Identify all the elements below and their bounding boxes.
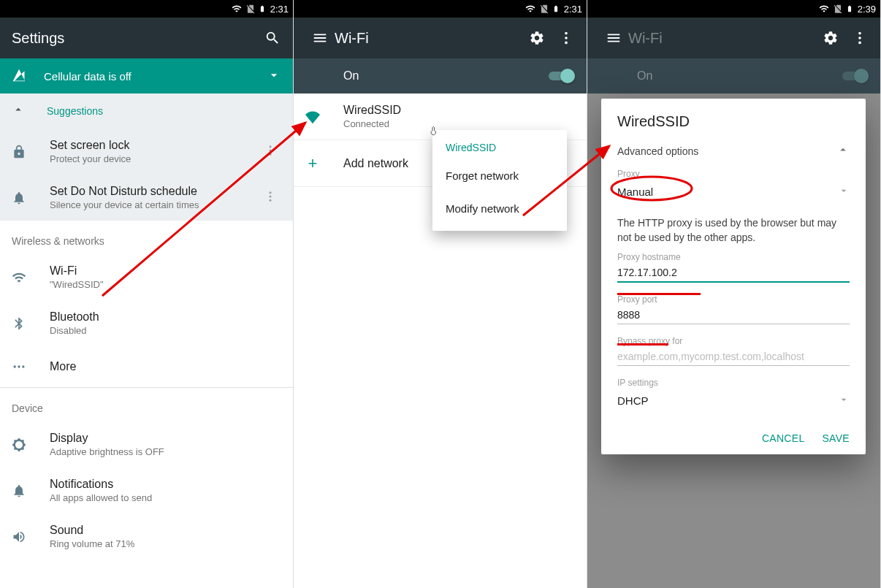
wifi-signal-icon bbox=[305, 109, 320, 125]
setting-sub: All apps allowed to send bbox=[50, 492, 281, 503]
svg-point-5 bbox=[270, 199, 272, 201]
bluetooth-icon bbox=[12, 316, 26, 331]
svg-point-1 bbox=[270, 149, 272, 151]
setting-sub: Disabled bbox=[50, 325, 281, 336]
suggestion-dnd[interactable]: Set Do Not Disturb schedule Silence your… bbox=[0, 175, 293, 221]
toolbar-title: Wi-Fi bbox=[335, 30, 522, 47]
setting-label: Notifications bbox=[50, 478, 281, 491]
svg-point-2 bbox=[270, 153, 272, 155]
chevron-down-icon bbox=[267, 68, 281, 85]
save-button[interactable]: SAVE bbox=[822, 432, 850, 444]
bypass-proxy-input[interactable] bbox=[617, 346, 850, 366]
setting-bluetooth[interactable]: Bluetooth Disabled bbox=[0, 300, 293, 346]
proxy-dropdown[interactable]: Manual bbox=[617, 179, 850, 203]
wifi-icon bbox=[818, 4, 830, 14]
dropdown-caret-icon bbox=[838, 185, 850, 199]
search-icon[interactable] bbox=[258, 23, 287, 53]
svg-point-11 bbox=[565, 42, 568, 45]
proxy-port-input[interactable] bbox=[617, 305, 850, 324]
overflow-icon[interactable] bbox=[264, 144, 281, 160]
bell-icon bbox=[12, 484, 26, 498]
advanced-options-toggle[interactable]: Advanced options bbox=[617, 143, 850, 159]
dots-horizontal-icon bbox=[12, 359, 26, 374]
wifi-on-row: On bbox=[294, 58, 587, 93]
wifi-icon bbox=[231, 4, 243, 14]
signal-off-icon bbox=[12, 68, 26, 85]
suggestion-sub: Protect your device bbox=[50, 153, 240, 164]
host-label: Proxy hostname bbox=[617, 252, 850, 262]
suggestion-sub: Silence your device at certain times bbox=[50, 199, 240, 210]
overflow-icon[interactable] bbox=[552, 23, 581, 53]
dialog-title: WiredSSID bbox=[617, 113, 850, 130]
suggestion-screen-lock[interactable]: Set screen lock Protect your device bbox=[0, 129, 293, 175]
wifi-on-row: On bbox=[587, 58, 880, 93]
ip-settings-dropdown[interactable]: DHCP bbox=[617, 388, 850, 412]
advanced-options-label: Advanced options bbox=[617, 145, 698, 157]
wifi-icon bbox=[525, 4, 536, 14]
setting-sound[interactable]: Sound Ring volume at 71% bbox=[0, 513, 293, 560]
svg-point-6 bbox=[14, 365, 16, 367]
chevron-up-icon bbox=[836, 143, 850, 159]
wifi-on-label: On bbox=[637, 69, 842, 83]
setting-label: Display bbox=[50, 432, 281, 445]
ip-value: DHCP bbox=[617, 394, 649, 407]
banner-text: Cellular data is off bbox=[44, 70, 249, 83]
cancel-button[interactable]: CANCEL bbox=[762, 432, 805, 444]
svg-point-0 bbox=[270, 145, 272, 148]
svg-point-4 bbox=[270, 195, 272, 197]
wifi-toggle bbox=[842, 69, 869, 83]
section-wireless: Wireless & networks bbox=[0, 221, 293, 254]
suggestion-title: Set Do Not Disturb schedule bbox=[50, 185, 240, 198]
toolbar-settings: Settings bbox=[0, 18, 293, 58]
status-bar: 2:39 bbox=[587, 0, 880, 18]
status-time: 2:39 bbox=[858, 4, 876, 15]
setting-label: Sound bbox=[50, 524, 281, 537]
cellular-banner[interactable]: Cellular data is off bbox=[0, 58, 293, 93]
section-device: Device bbox=[0, 388, 293, 421]
annotation-underline bbox=[617, 343, 668, 345]
status-bar: 2:31 bbox=[294, 0, 587, 18]
panel-settings: 2:31 Settings Cellular data is off Sugge… bbox=[0, 0, 294, 588]
modify-network-dialog: WiredSSID Advanced options Proxy Manual … bbox=[601, 99, 866, 454]
gear-icon bbox=[816, 23, 845, 53]
svg-point-10 bbox=[565, 37, 568, 39]
setting-sub: Ring volume at 71% bbox=[50, 538, 281, 549]
setting-display[interactable]: Display Adaptive brightness is OFF bbox=[0, 421, 293, 467]
setting-wifi[interactable]: Wi-Fi "WiredSSID" bbox=[0, 254, 293, 300]
toolbar-title: Settings bbox=[12, 30, 258, 47]
setting-label: Bluetooth bbox=[50, 310, 281, 324]
status-time: 2:31 bbox=[564, 4, 582, 15]
setting-sub: Adaptive brightness is OFF bbox=[50, 446, 281, 457]
volume-icon bbox=[12, 530, 26, 544]
bell-icon bbox=[12, 191, 26, 205]
setting-more[interactable]: More bbox=[0, 346, 293, 387]
panel-wifi-list: 2:31 Wi-Fi On WiredSSID Connected + Add … bbox=[294, 0, 587, 588]
cursor-pointer-icon bbox=[428, 124, 438, 137]
suggestions-toggle[interactable]: Suggestions bbox=[0, 93, 293, 129]
annotation-underline bbox=[617, 293, 701, 295]
status-bar: 2:31 bbox=[0, 0, 293, 18]
wifi-context-menu: WiredSSID Forget network Modify network bbox=[432, 130, 567, 231]
overflow-icon[interactable] bbox=[264, 190, 281, 206]
gear-icon[interactable] bbox=[522, 23, 552, 53]
suggestions-label: Suggestions bbox=[47, 105, 103, 117]
overflow-icon bbox=[845, 23, 874, 53]
brightness-icon bbox=[12, 438, 26, 452]
proxy-label: Proxy bbox=[617, 169, 850, 179]
setting-notifications[interactable]: Notifications All apps allowed to send bbox=[0, 467, 293, 513]
setting-label: Wi-Fi bbox=[50, 264, 281, 278]
menu-icon[interactable] bbox=[305, 23, 335, 53]
menu-icon bbox=[599, 23, 628, 53]
network-ssid: WiredSSID bbox=[343, 104, 575, 117]
svg-point-3 bbox=[270, 191, 272, 194]
svg-point-8 bbox=[22, 365, 24, 367]
menu-modify-network[interactable]: Modify network bbox=[432, 192, 567, 225]
ip-label: IP settings bbox=[617, 378, 850, 388]
proxy-note: The HTTP proxy is used by the browser bu… bbox=[617, 216, 850, 245]
proxy-hostname-input[interactable] bbox=[617, 262, 850, 283]
battery-icon bbox=[552, 3, 560, 15]
menu-forget-network[interactable]: Forget network bbox=[432, 159, 567, 192]
wifi-toggle[interactable] bbox=[549, 69, 575, 83]
svg-point-13 bbox=[858, 37, 861, 39]
plus-icon: + bbox=[305, 154, 320, 173]
